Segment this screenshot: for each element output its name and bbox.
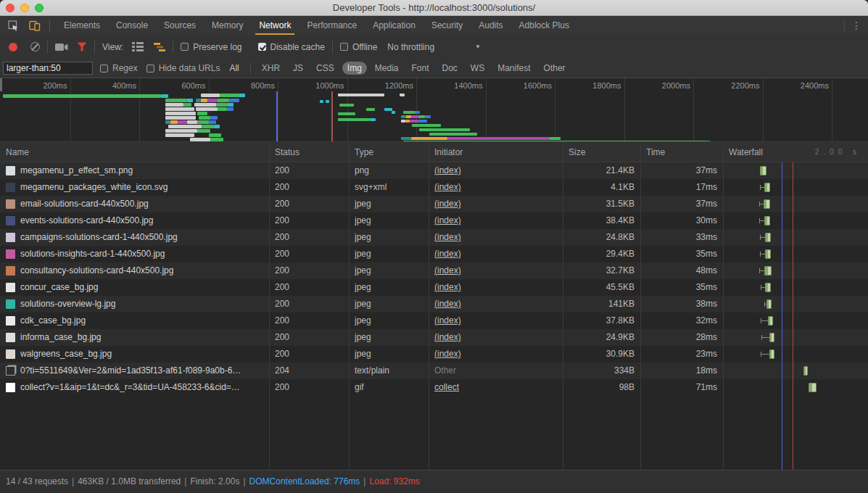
- initiator-link[interactable]: (index): [434, 349, 461, 359]
- offline-checkbox[interactable]: Offline: [340, 42, 377, 52]
- initiator-link[interactable]: (index): [434, 315, 461, 326]
- request-row[interactable]: informa_case_bg.jpg200jpeg(index)24.9KB2…: [0, 329, 868, 346]
- tab-security[interactable]: Security: [423, 16, 471, 35]
- filter-type-doc[interactable]: Doc: [437, 62, 463, 75]
- column-divider[interactable]: [640, 142, 641, 470]
- column-header-time[interactable]: Time: [646, 142, 665, 162]
- waterfall-download-bar[interactable]: [765, 283, 771, 292]
- request-row[interactable]: 0?ti=5511649&Ver=2&mid=1ad35f13-af61-f08…: [0, 362, 868, 379]
- initiator-link[interactable]: (index): [434, 199, 461, 209]
- waterfall-download-bar[interactable]: [765, 249, 771, 259]
- tab-console[interactable]: Console: [108, 16, 156, 35]
- network-overview-timeline[interactable]: 200ms400ms600ms800ms1000ms1200ms1400ms16…: [0, 78, 868, 142]
- show-overview-waterfall-icon[interactable]: [154, 42, 165, 51]
- request-row[interactable]: megamenu_p_effect_sm.png200png(index)21.…: [0, 162, 868, 179]
- filter-type-font[interactable]: Font: [407, 62, 434, 75]
- column-divider[interactable]: [269, 142, 270, 470]
- initiator-link[interactable]: (index): [434, 182, 461, 192]
- tab-performance[interactable]: Performance: [299, 16, 365, 35]
- tab-memory[interactable]: Memory: [204, 16, 251, 35]
- filter-type-manifest[interactable]: Manifest: [492, 62, 535, 75]
- request-row[interactable]: walgreens_case_bg.jpg200jpeg(index)30.9K…: [0, 346, 868, 362]
- waterfall-download-bar[interactable]: [809, 383, 817, 392]
- tab-application[interactable]: Application: [365, 16, 423, 35]
- throttling-select[interactable]: No throttling: [387, 42, 434, 52]
- waterfall-download-bar[interactable]: [769, 349, 774, 359]
- initiator-link[interactable]: (index): [434, 265, 461, 276]
- disable-cache-checkbox-box[interactable]: [258, 43, 266, 51]
- initiator-link[interactable]: (index): [434, 282, 461, 292]
- preserve-log-checkbox[interactable]: Preserve log: [181, 42, 241, 52]
- column-header-waterfall[interactable]: Waterfall: [729, 142, 763, 162]
- column-header-initiator[interactable]: Initiator: [434, 142, 463, 162]
- waterfall-download-bar[interactable]: [769, 333, 774, 342]
- filter-type-css[interactable]: CSS: [311, 62, 339, 75]
- toggle-device-toolbar-icon[interactable]: [29, 20, 41, 31]
- offline-checkbox-box[interactable]: [340, 43, 348, 51]
- request-row[interactable]: solutions-insights-card-1-440x500.jpg200…: [0, 246, 868, 262]
- column-header-name[interactable]: Name: [6, 142, 29, 162]
- request-row[interactable]: solutions-overview-lg.jpg200jpeg(index)1…: [0, 296, 868, 312]
- hide-data-urls-checkbox[interactable]: Hide data URLs: [146, 63, 220, 73]
- initiator-link[interactable]: (index): [434, 249, 461, 259]
- column-divider[interactable]: [349, 142, 350, 470]
- waterfall-download-bar[interactable]: [768, 316, 773, 326]
- filter-type-js[interactable]: JS: [288, 62, 308, 75]
- hide-data-urls-checkbox-box[interactable]: [146, 65, 154, 72]
- request-row[interactable]: concur_case_bg.jpg200jpeg(index)45.5KB35…: [0, 279, 868, 296]
- initiator-link[interactable]: (index): [434, 165, 461, 175]
- filter-type-all[interactable]: All: [224, 62, 244, 75]
- tab-elements[interactable]: Elements: [56, 16, 108, 35]
- filter-type-xhr[interactable]: XHR: [257, 62, 285, 75]
- waterfall-download-bar[interactable]: [760, 166, 766, 175]
- waterfall-download-bar[interactable]: [764, 216, 770, 225]
- filter-type-img[interactable]: Img: [342, 62, 367, 75]
- waterfall-download-bar[interactable]: [764, 199, 770, 209]
- filter-input[interactable]: [3, 62, 93, 75]
- waterfall-download-bar[interactable]: [803, 366, 808, 376]
- initiator-link[interactable]: (index): [434, 299, 461, 309]
- column-header-type[interactable]: Type: [355, 142, 373, 162]
- tab-audits[interactable]: Audits: [471, 16, 511, 35]
- waterfall-download-bar[interactable]: [764, 266, 772, 276]
- filter-type-ws[interactable]: WS: [466, 62, 489, 75]
- column-divider[interactable]: [429, 142, 429, 470]
- request-row[interactable]: campaigns-solutions-card-1-440x500.jpg20…: [0, 229, 868, 246]
- request-row[interactable]: cdk_case_bg.jpg200jpeg(index)37.8KB32ms: [0, 312, 868, 329]
- initiator-link[interactable]: (index): [434, 232, 461, 242]
- initiator-link[interactable]: (index): [434, 215, 461, 225]
- preserve-log-checkbox-box[interactable]: [181, 43, 189, 51]
- initiator-link[interactable]: collect: [434, 382, 459, 392]
- clear-network-log-icon[interactable]: [30, 42, 40, 51]
- tab-network[interactable]: Network: [251, 16, 299, 35]
- column-header-status[interactable]: Status: [275, 142, 299, 162]
- column-divider[interactable]: [723, 142, 724, 470]
- request-row[interactable]: consultancy-solutions-card-440x500.jpg20…: [0, 262, 868, 279]
- waterfall-download-bar[interactable]: [765, 233, 771, 242]
- record-network-log-button[interactable]: [9, 43, 17, 51]
- request-row[interactable]: events-solutions-card-440x500.jpg200jpeg…: [0, 212, 868, 229]
- filter-type-media[interactable]: Media: [370, 62, 404, 75]
- disable-cache-checkbox[interactable]: Disable cache: [258, 42, 325, 52]
- request-row[interactable]: email-solutions-card-440x500.jpg200jpeg(…: [0, 196, 868, 212]
- throttling-caret-icon[interactable]: ▼: [475, 44, 481, 50]
- tab-sources[interactable]: Sources: [156, 16, 204, 35]
- use-request-rows-view-icon[interactable]: [132, 42, 144, 51]
- devtools-menu-icon[interactable]: ⋮: [849, 16, 864, 35]
- request-row[interactable]: megamenu_packages_white_icon.svg200svg+x…: [0, 179, 868, 196]
- regex-checkbox-box[interactable]: [100, 65, 108, 72]
- initiator-link[interactable]: (index): [434, 332, 461, 342]
- filter-type-other[interactable]: Other: [539, 62, 571, 75]
- tab-adblock-plus[interactable]: Adblock Plus: [511, 16, 577, 35]
- capture-screenshots-icon[interactable]: [55, 43, 68, 51]
- overview-request-bar: [411, 137, 447, 140]
- inspect-element-icon[interactable]: [7, 20, 19, 31]
- request-row[interactable]: collect?v=1&aip=1&t=dc&_r=3&tid=UA-45823…: [0, 379, 868, 396]
- waterfall-download-bar[interactable]: [766, 299, 772, 309]
- regex-checkbox[interactable]: Regex: [100, 63, 138, 73]
- overview-drag-handle[interactable]: [0, 78, 2, 91]
- column-divider[interactable]: [563, 142, 563, 470]
- filter-icon[interactable]: [77, 42, 87, 51]
- column-header-size[interactable]: Size: [569, 142, 585, 162]
- waterfall-download-bar[interactable]: [764, 183, 770, 192]
